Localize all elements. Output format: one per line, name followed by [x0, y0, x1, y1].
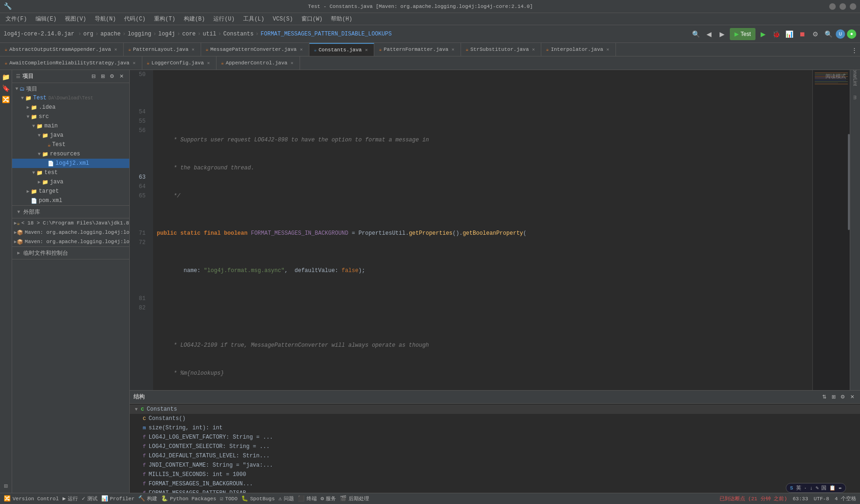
struct-item-field3[interactable]: f LOG4J_DEFAULT_STATUS_LEVEL: Strin...: [130, 451, 860, 461]
menu-vcs[interactable]: VCS(S): [269, 15, 296, 23]
status-build[interactable]: 🔨 构建: [138, 495, 157, 502]
tree-item-resources[interactable]: ▼ 📁 resources: [12, 149, 129, 159]
breadcrumb-logging[interactable]: logging: [128, 31, 151, 37]
tree-item-java-main[interactable]: ▼ 📁 java: [12, 131, 129, 140]
activity-bookmarks[interactable]: 🔖: [1, 83, 11, 93]
tree-item-main[interactable]: ▼ 📁 main: [12, 121, 129, 131]
status-indent[interactable]: 4 个空格: [835, 495, 856, 502]
right-sidebar-maven[interactable]: m: [851, 93, 860, 102]
expand-all-struct-button[interactable]: ⊞: [829, 393, 838, 401]
status-python[interactable]: 🐍 Python Packages: [161, 495, 216, 502]
tab-message-pattern-converter[interactable]: ☕ MessagePatternConverter.java ✕: [201, 43, 309, 56]
tab-close[interactable]: ✕: [113, 46, 119, 53]
tree-item-project-root[interactable]: ▼ 🗂 项目: [12, 84, 129, 93]
activity-bottom[interactable]: ⊞: [1, 481, 11, 491]
expand-all-button[interactable]: ⊞: [98, 72, 107, 81]
tab-close[interactable]: ✕: [605, 46, 611, 53]
search-button[interactable]: 🔍: [823, 28, 834, 40]
breadcrumb-util[interactable]: util: [203, 31, 217, 37]
tree-item-target[interactable]: ▶ 📁 target: [12, 187, 129, 196]
collapse-all-button[interactable]: ⊟: [89, 72, 98, 81]
debug-button[interactable]: 🐞: [770, 28, 782, 40]
struct-item-field2[interactable]: f LOG4J_CONTEXT_SELECTOR: String = ...: [130, 442, 860, 451]
struct-item-field5[interactable]: f MILLIS_IN_SECONDS: int = 1000: [130, 470, 860, 479]
tab-close[interactable]: ✕: [450, 46, 456, 53]
tree-item-idea[interactable]: ▶ 📁 .idea: [12, 103, 129, 112]
status-version-control[interactable]: 🔀 Version Control: [4, 495, 59, 502]
status-todo[interactable]: ☑ TODO: [220, 495, 238, 502]
maximize-button[interactable]: □: [839, 3, 846, 10]
scratch-header[interactable]: ▶ 临时文件和控制台: [12, 246, 129, 259]
back-button[interactable]: ◀: [704, 28, 715, 40]
breadcrumb-core[interactable]: core: [182, 31, 196, 37]
status-issues[interactable]: ⚠ 问题: [279, 495, 294, 502]
sort-alpha-button[interactable]: ⇅: [820, 393, 828, 401]
menu-file[interactable]: 文件(F): [2, 14, 31, 24]
forward-button[interactable]: ▶: [717, 28, 728, 40]
activity-vcs[interactable]: 🔀: [1, 94, 11, 105]
external-libs-header[interactable]: ▼ 外部库: [12, 205, 129, 218]
minimize-button[interactable]: ─: [829, 3, 836, 10]
settings-project-button[interactable]: ⚙: [108, 72, 116, 81]
status-postprocess[interactable]: 🎬 后期处理: [340, 495, 369, 502]
menu-edit[interactable]: 编辑(E): [32, 14, 61, 24]
run-button[interactable]: ▶: [757, 28, 769, 40]
breadcrumb-constants[interactable]: Constants: [224, 31, 254, 37]
tree-item-test-project[interactable]: ▼ 📁 Test DA\Download\Test: [12, 93, 129, 103]
user-avatar[interactable]: U: [836, 29, 845, 39]
close-struct-button[interactable]: ✕: [848, 393, 856, 401]
breadcrumb-field[interactable]: FORMAT_MESSAGES_PATTERN_DISABLE_LOOKUPS: [261, 31, 392, 37]
menu-tools[interactable]: 工具(L): [239, 14, 268, 24]
tab-constants[interactable]: ☕ Constants.java ✕: [309, 43, 374, 56]
struct-item-class[interactable]: ▼ C Constants: [130, 405, 860, 414]
tree-item-test-folder[interactable]: ▼ 📁 test: [12, 168, 129, 177]
status-terminal[interactable]: ⬛ 终端: [298, 495, 317, 502]
close-sidebar-button[interactable]: ✕: [117, 72, 126, 81]
status-spotbugs[interactable]: 🐛 SpotBugs: [241, 495, 275, 502]
tab-close[interactable]: ✕: [364, 47, 369, 53]
menu-view[interactable]: 视图(V): [61, 14, 90, 24]
menu-run[interactable]: 运行(U): [210, 14, 238, 24]
menu-refactor[interactable]: 重构(T): [150, 14, 179, 24]
tab-close[interactable]: ✕: [190, 46, 196, 53]
menu-build[interactable]: 构建(B): [180, 14, 209, 24]
struct-item-field1[interactable]: f LOG4J_LOG_EVENT_FACTORY: String = ...: [130, 433, 860, 442]
tab-close[interactable]: ✕: [206, 60, 211, 66]
stop-button[interactable]: ⏹: [797, 28, 808, 40]
status-position[interactable]: 63:33: [793, 496, 808, 502]
tree-item-maven-core[interactable]: ▶ 📦 Maven: org.apache.logging.log4j:log4…: [12, 237, 129, 246]
tab-close[interactable]: ✕: [531, 46, 536, 53]
status-service[interactable]: ⚙ 服务: [321, 495, 336, 502]
settings-struct-button[interactable]: ⚙: [839, 393, 847, 401]
tree-item-log4j2-xml[interactable]: ▶ 📄 log4j2.xml: [12, 159, 129, 168]
right-sidebar-solution[interactable]: SonarLint: [851, 72, 860, 80]
struct-item-field4[interactable]: f JNDI_CONTEXT_NAME: String = "java:...: [130, 461, 860, 470]
status-profiler[interactable]: 📊 Profiler: [101, 495, 135, 502]
breadcrumb-org[interactable]: org: [83, 31, 93, 37]
tab-interpolator[interactable]: ☕ Interpolator.java ✕: [541, 43, 615, 56]
tab-logger-config[interactable]: ☕ LoggerConfig.java ✕: [142, 56, 217, 70]
menu-window[interactable]: 窗口(W): [298, 14, 327, 24]
struct-item-constructor[interactable]: C Constants(): [130, 414, 860, 423]
status-breakpoint[interactable]: 已到达断点 (21 分钟 之前): [720, 495, 787, 502]
breadcrumb-log4j[interactable]: log4j: [158, 31, 175, 37]
tab-await-completion[interactable]: ☕ AwaitCompletionReliabilityStrategy.jav…: [0, 56, 142, 70]
tab-abstract-output-stream[interactable]: ☕ AbstractOutputStreamAppender.java ✕: [0, 43, 124, 56]
more-tabs-button[interactable]: ⋮: [849, 45, 860, 56]
struct-item-field6[interactable]: f FORMAT_MESSAGES_IN_BACKGROUN...: [130, 479, 860, 489]
struct-item-size[interactable]: m size(String, int): int: [130, 423, 860, 433]
settings-button[interactable]: ⚙: [810, 28, 821, 40]
minimap[interactable]: [812, 70, 850, 390]
profile-button[interactable]: 📊: [783, 28, 795, 40]
activity-project[interactable]: 📁: [1, 72, 11, 82]
struct-item-field7[interactable]: f FORMAT_MESSAGES_PATTERN_DISAB...: [130, 489, 860, 493]
status-test[interactable]: ✓ 测试: [82, 495, 97, 502]
tab-close[interactable]: ✕: [299, 46, 304, 53]
menu-navigate[interactable]: 导航(N): [91, 14, 120, 24]
tree-item-jdk[interactable]: ▶ ☕ < 18 > C:\Program Files\Java\jdk1.8.…: [12, 218, 129, 228]
breadcrumb-apache[interactable]: apache: [100, 31, 120, 37]
menu-code[interactable]: 代码(C): [120, 14, 149, 24]
search-everywhere-button[interactable]: 🔍: [691, 28, 702, 40]
close-button[interactable]: ✕: [850, 3, 856, 10]
tree-item-maven-api[interactable]: ▶ 📦 Maven: org.apache.logging.log4j:log4…: [12, 228, 129, 237]
